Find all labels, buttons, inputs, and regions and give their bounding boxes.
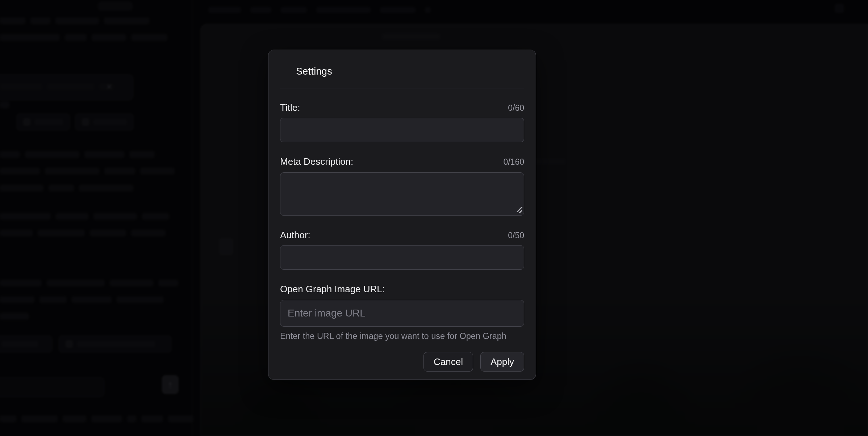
og-image-url-label: Open Graph Image URL:: [280, 284, 385, 294]
author-label: Author:: [280, 230, 310, 240]
title-label: Title:: [280, 102, 300, 113]
resize-handle-icon[interactable]: [516, 206, 522, 213]
author-input[interactable]: [280, 245, 524, 270]
og-image-url-helper-text: Enter the URL of the image you want to u…: [280, 331, 524, 341]
dialog-title: Settings: [296, 66, 524, 77]
cancel-button[interactable]: Cancel: [423, 352, 473, 372]
author-char-counter: 0/50: [508, 230, 524, 240]
apply-button[interactable]: Apply: [480, 352, 524, 372]
og-image-url-input[interactable]: [280, 300, 524, 327]
title-char-counter: 0/60: [508, 103, 524, 113]
meta-description-textarea[interactable]: [280, 172, 524, 216]
settings-dialog: Settings Title: 0/60 Meta Description: 0…: [268, 50, 536, 380]
meta-description-label: Meta Description:: [280, 156, 353, 167]
meta-description-char-counter: 0/160: [503, 157, 524, 167]
title-input[interactable]: [280, 118, 524, 142]
divider: [280, 88, 524, 88]
